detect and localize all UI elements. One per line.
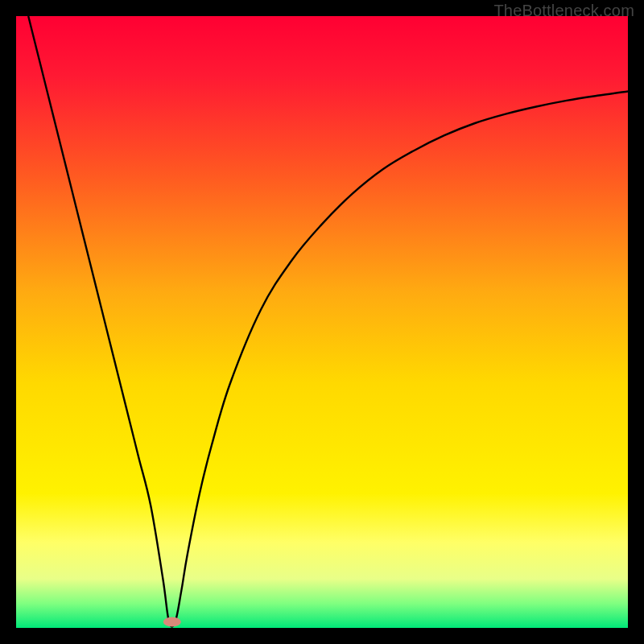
optimal-point-marker [163,617,181,626]
watermark-text: TheBottleneck.com [493,2,634,20]
bottleneck-chart [16,16,628,628]
plot-background [16,16,628,628]
chart-frame: TheBottleneck.com [0,0,644,644]
